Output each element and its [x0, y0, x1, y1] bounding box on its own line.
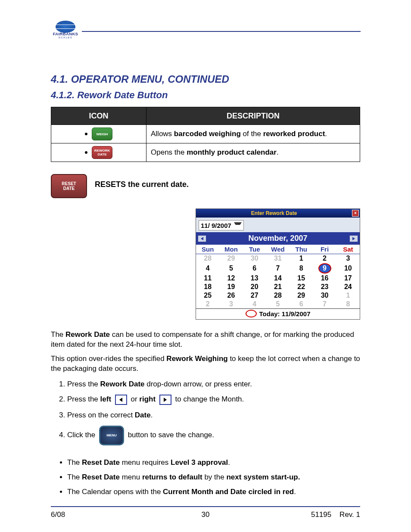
today-label: Today: 11/9/2007: [259, 310, 311, 317]
day-cell[interactable]: 22: [290, 283, 313, 291]
step-2: Press the left or right to change the Mo…: [67, 395, 360, 405]
day-cell[interactable]: 4: [196, 263, 219, 274]
date-value: 11/ 9/2007: [201, 222, 231, 229]
day-cell[interactable]: 23: [313, 283, 336, 291]
day-header: Mon: [219, 245, 243, 254]
weigh-button-graphic: WEIGH: [92, 128, 112, 140]
day-cell[interactable]: 25: [196, 291, 219, 300]
day-header: Sun: [196, 245, 219, 254]
day-cell[interactable]: 28: [266, 291, 290, 300]
day-cell[interactable]: 5: [219, 263, 243, 274]
day-cell: 28: [196, 254, 219, 263]
page-footer: 6/08 30 51195 Rev. 1: [51, 506, 360, 519]
day-header: Wed: [266, 245, 290, 254]
icon-description-table: ICON DESCRIPTION WEIGHAllows barcoded we…: [51, 107, 360, 162]
day-cell: 8: [336, 300, 360, 308]
section-subtitle: 4.1.2. Rework Date Button: [51, 90, 360, 101]
day-cell[interactable]: 13: [243, 274, 266, 283]
rework-date-button-graphic: REWORK DATE: [92, 146, 112, 159]
day-cell[interactable]: 24: [336, 283, 360, 291]
footer-date: 6/08: [51, 510, 154, 519]
day-header: Sat: [336, 245, 360, 254]
next-month-button[interactable]: [349, 235, 358, 242]
note-1: The Reset Date menu requires Level 3 app…: [67, 458, 360, 467]
day-cell: 6: [290, 300, 313, 308]
prev-month-button[interactable]: [198, 235, 206, 242]
steps-list: Press the Rework Date drop-down arrow, o…: [51, 380, 360, 445]
day-cell[interactable]: 10: [336, 263, 360, 274]
right-arrow-icon[interactable]: [159, 395, 171, 405]
day-cell[interactable]: 9: [313, 263, 336, 274]
left-arrow-icon[interactable]: [115, 395, 127, 405]
paragraph-1: The Rework Date can be used to compensat…: [51, 330, 360, 350]
step-1: Press the Rework Date drop-down arrow, o…: [67, 380, 360, 389]
brand-name: FAIRBANKS: [50, 32, 80, 36]
today-ring-icon: [246, 310, 257, 317]
day-cell[interactable]: 1: [290, 254, 313, 263]
day-cell[interactable]: 17: [336, 274, 360, 283]
day-header: Thu: [290, 245, 313, 254]
col-icon: ICON: [51, 107, 146, 125]
footer-right: 51195 Rev. 1: [257, 510, 360, 519]
reset-caption: RESETS the current date.: [95, 180, 189, 189]
calendar-titlebar: Enter Rework Date ×: [196, 209, 360, 218]
day-cell: 5: [266, 300, 290, 308]
table-cell-icon: REWORK DATE: [51, 143, 146, 162]
day-header: Tue: [243, 245, 266, 254]
day-cell: 2: [196, 300, 219, 308]
day-cell: 29: [219, 254, 243, 263]
day-cell: 1: [336, 291, 360, 300]
month-label: November, 2007: [248, 234, 307, 243]
day-cell: 3: [219, 300, 243, 308]
note-2: The Reset Date menu returns to default b…: [67, 473, 360, 482]
calendar-title: Enter Rework Date: [196, 210, 352, 216]
day-cell[interactable]: 3: [336, 254, 360, 263]
day-cell[interactable]: 29: [290, 291, 313, 300]
paragraph-2: This option over-rides the specified Rew…: [51, 354, 360, 374]
day-cell[interactable]: 7: [266, 263, 290, 274]
dropdown-icon[interactable]: [234, 222, 242, 228]
day-cell[interactable]: 16: [313, 274, 336, 283]
calendar-widget: Enter Rework Date × 11/ 9/2007 November,…: [196, 208, 360, 320]
day-cell[interactable]: 27: [243, 291, 266, 300]
day-cell: 30: [243, 254, 266, 263]
reset-date-button-graphic: RESETDATE: [51, 174, 87, 198]
day-cell[interactable]: 15: [290, 274, 313, 283]
day-cell: 4: [243, 300, 266, 308]
day-cell: 7: [313, 300, 336, 308]
brand-sub: SCALES: [52, 36, 79, 39]
day-cell[interactable]: 2: [313, 254, 336, 263]
close-icon[interactable]: ×: [352, 210, 359, 217]
col-description: DESCRIPTION: [146, 107, 360, 125]
table-cell-description: Allows barcoded weighing of the reworked…: [146, 125, 360, 143]
day-cell[interactable]: 14: [266, 274, 290, 283]
today-bar[interactable]: Today: 11/9/2007: [196, 308, 360, 319]
step-4: Click the MENU button to save the change…: [67, 426, 360, 445]
menu-button-graphic: MENU: [99, 426, 124, 445]
header-rule: [82, 31, 361, 32]
day-cell[interactable]: 12: [219, 274, 243, 283]
date-input[interactable]: 11/ 9/2007: [199, 220, 244, 230]
day-cell[interactable]: 19: [219, 283, 243, 291]
day-cell[interactable]: 21: [266, 283, 290, 291]
notes-list: The Reset Date menu requires Level 3 app…: [51, 458, 360, 496]
day-cell[interactable]: 26: [219, 291, 243, 300]
step-3: Press on the correct Date.: [67, 411, 360, 420]
table-cell-description: Opens the monthly product calendar.: [146, 143, 360, 162]
table-cell-icon: WEIGH: [51, 125, 146, 143]
section-title: 4.1. OPERATOR MENU, CONTINUED: [51, 73, 360, 85]
day-cell[interactable]: 8: [290, 263, 313, 274]
day-cell[interactable]: 11: [196, 274, 219, 283]
day-cell[interactable]: 6: [243, 263, 266, 274]
footer-page: 30: [154, 510, 257, 519]
brand-logo: FAIRBANKS SCALES: [52, 21, 79, 43]
day-cell[interactable]: 20: [243, 283, 266, 291]
day-cell: 31: [266, 254, 290, 263]
note-3: The Calendar opens with the Current Mont…: [67, 488, 360, 496]
day-cell[interactable]: 18: [196, 283, 219, 291]
day-cell[interactable]: 30: [313, 291, 336, 300]
day-header: Fri: [313, 245, 336, 254]
